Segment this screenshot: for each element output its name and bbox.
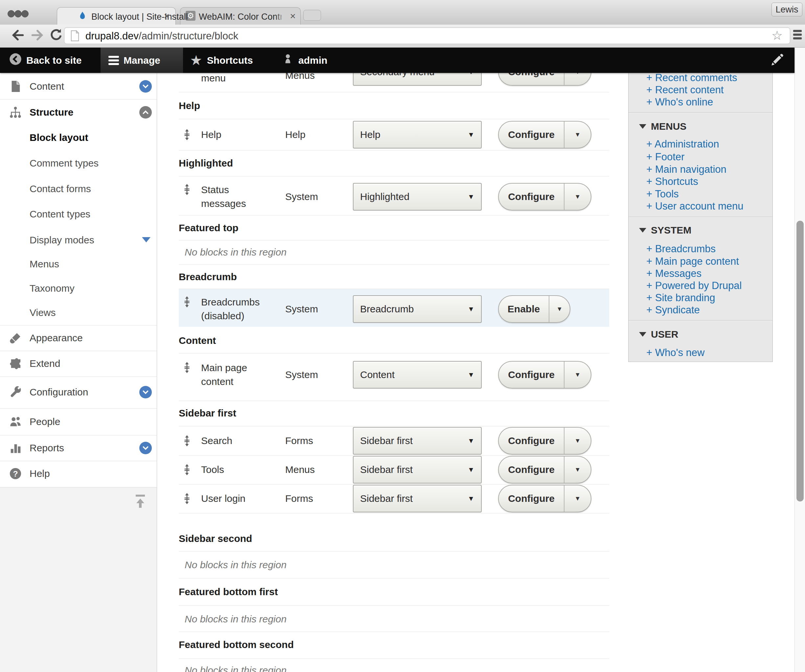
- sidebar-item-display-modes[interactable]: Display modes: [30, 233, 94, 247]
- region-title: Sidebar first: [179, 406, 236, 420]
- browser-menu-icon[interactable]: [792, 29, 802, 42]
- region-title: Highlighted: [179, 156, 233, 170]
- sidebar-item-comment-types[interactable]: Comment types: [30, 156, 99, 170]
- expand-triangle-icon[interactable]: [142, 237, 151, 243]
- place-block-link[interactable]: + Recent content: [646, 83, 723, 97]
- divider: [179, 92, 609, 92]
- configure-button[interactable]: Configure ▼: [498, 361, 591, 388]
- place-block-link[interactable]: + Powered by Drupal: [646, 279, 742, 293]
- people-icon: [9, 415, 22, 428]
- scrollbar-thumb[interactable]: [797, 221, 804, 502]
- browser-tab-active[interactable]: Block layout | Site-Install ×: [57, 7, 176, 25]
- help-question-icon: ?: [9, 467, 22, 480]
- drag-handle-icon[interactable]: [181, 464, 192, 475]
- edit-pencil-icon[interactable]: [769, 53, 784, 69]
- sidebar-item-menus[interactable]: Menus: [30, 257, 59, 271]
- region-select[interactable]: Sidebar first ▼: [353, 485, 482, 512]
- place-block-link[interactable]: + Recent comments: [646, 71, 737, 85]
- browser-tab-inactive[interactable]: ⚙ WebAIM: Color Contrast Che ×: [180, 7, 301, 25]
- tab-close-icon[interactable]: ×: [290, 11, 296, 21]
- block-name: Main page: [201, 361, 247, 375]
- region-title: Sidebar second: [179, 532, 252, 546]
- back-icon[interactable]: [10, 28, 25, 44]
- drag-handle-icon[interactable]: [181, 129, 192, 140]
- region-select[interactable]: Content ▼: [353, 361, 482, 388]
- sidebar-item-taxonomy[interactable]: Taxonomy: [30, 282, 75, 295]
- region-select[interactable]: Breadcrumb ▼: [353, 295, 482, 323]
- region-select[interactable]: Highlighted ▼: [353, 183, 482, 211]
- select-arrow-icon: ▼: [468, 495, 475, 503]
- place-block-link[interactable]: + Who's new: [646, 346, 705, 360]
- block-category: System: [285, 302, 318, 316]
- panel-section-header[interactable]: SYSTEM: [639, 223, 691, 237]
- button-dropdown-icon: ▼: [565, 485, 591, 512]
- chevron-down-icon[interactable]: [139, 80, 152, 93]
- place-block-link[interactable]: + Main page content: [646, 254, 739, 268]
- place-blocks-panel: + Recent comments + Recent content + Who…: [628, 48, 773, 362]
- place-block-link[interactable]: + Tools: [646, 187, 679, 201]
- scrollbar-track[interactable]: [795, 48, 805, 672]
- sidebar-item-content-types[interactable]: Content types: [30, 207, 90, 221]
- place-block-link[interactable]: + Main navigation: [646, 162, 726, 176]
- tab-close-icon[interactable]: ×: [164, 11, 169, 21]
- window-zoom-button[interactable]: [21, 10, 29, 17]
- chevron-up-icon[interactable]: [139, 106, 152, 118]
- place-block-link[interactable]: + Site branding: [646, 291, 715, 305]
- sidebar-item-contact-forms[interactable]: Contact forms: [30, 182, 91, 196]
- url-bar[interactable]: drupal8.dev/admin/structure/block ☆: [64, 27, 790, 44]
- window-close-button[interactable]: [8, 10, 15, 17]
- block-name: Help: [201, 128, 222, 141]
- region-title: Breadcrumb: [179, 270, 237, 284]
- collapse-triangle-icon: [639, 228, 646, 233]
- chevron-down-icon[interactable]: [139, 442, 152, 454]
- admin-sidebar: Content Structure Block layout Comment t…: [0, 73, 157, 672]
- browser-profile-button[interactable]: Lewis: [772, 3, 802, 16]
- drupal-favicon: [77, 11, 87, 22]
- place-block-link[interactable]: + User account menu: [646, 199, 744, 213]
- place-block-link[interactable]: + Administration: [646, 137, 719, 151]
- shortcuts-tab[interactable]: ★ Shortcuts: [190, 48, 253, 73]
- new-tab-button[interactable]: [303, 10, 321, 21]
- place-block-link[interactable]: + Footer: [646, 150, 684, 164]
- button-dropdown-icon: ▼: [565, 362, 591, 388]
- bookmark-star-icon[interactable]: ☆: [772, 28, 783, 43]
- region-select[interactable]: Sidebar first ▼: [353, 427, 482, 454]
- admin-user-tab[interactable]: admin: [282, 48, 327, 73]
- button-dropdown-icon: ▼: [565, 457, 591, 483]
- panel-section-header[interactable]: USER: [639, 328, 678, 341]
- place-block-link[interactable]: + Shortcuts: [646, 175, 698, 188]
- divider: [0, 461, 157, 461]
- place-block-link[interactable]: + Breadcrumbs: [646, 242, 716, 256]
- divider: [0, 325, 157, 326]
- region-select[interactable]: Sidebar first ▼: [353, 456, 482, 484]
- chevron-down-icon[interactable]: [139, 386, 152, 398]
- drag-handle-icon[interactable]: [181, 296, 192, 307]
- region-select[interactable]: Help ▼: [353, 121, 482, 148]
- collapse-triangle-icon: [639, 332, 646, 337]
- place-block-link[interactable]: + Who's online: [646, 95, 713, 109]
- drag-handle-icon[interactable]: [181, 184, 192, 195]
- enable-button[interactable]: Enable ▼: [498, 295, 570, 323]
- sidebar-item-views[interactable]: Views: [30, 306, 56, 320]
- forward-icon[interactable]: [30, 28, 45, 44]
- window-minimize-button[interactable]: [15, 10, 22, 17]
- drag-handle-icon[interactable]: [181, 362, 192, 373]
- back-to-site-button[interactable]: Back to site: [9, 48, 82, 73]
- drag-handle-icon[interactable]: [181, 493, 192, 504]
- drag-handle-icon[interactable]: [181, 435, 192, 446]
- refresh-icon[interactable]: [49, 28, 63, 43]
- sidebar-item-block-layout[interactable]: Block layout: [30, 131, 88, 144]
- collapse-sidebar-icon[interactable]: [133, 493, 148, 510]
- configure-button[interactable]: Configure ▼: [498, 485, 591, 512]
- place-block-link[interactable]: + Messages: [646, 267, 702, 280]
- configure-button[interactable]: Configure ▼: [498, 183, 591, 211]
- place-block-link[interactable]: + Syndicate: [646, 303, 700, 317]
- panel-section-header[interactable]: MENUS: [639, 120, 687, 133]
- configure-button[interactable]: Configure ▼: [498, 121, 591, 148]
- divider: [179, 150, 609, 151]
- configure-button[interactable]: Configure ▼: [498, 427, 591, 454]
- manage-tab[interactable]: Manage: [108, 48, 160, 73]
- configure-button[interactable]: Configure ▼: [498, 456, 591, 484]
- select-arrow-icon: ▼: [468, 193, 475, 201]
- paintbrush-icon: [9, 332, 22, 344]
